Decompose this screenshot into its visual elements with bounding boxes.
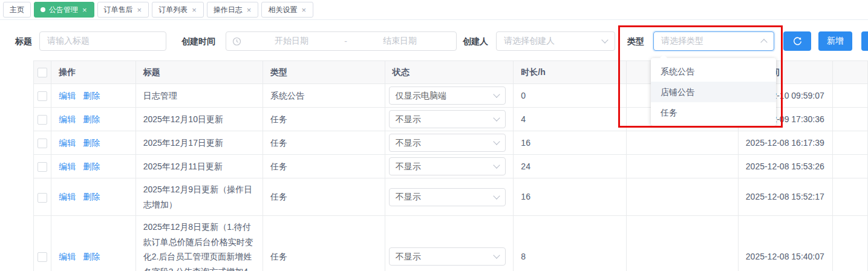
table-row: 编辑删除 2025年12月9日更新（操作日志增加） 任务 不显示 16 2025… xyxy=(34,178,868,216)
row-duration: 16 xyxy=(514,178,627,216)
type-option-1[interactable]: 店铺公告 xyxy=(651,82,776,102)
close-icon[interactable]: × xyxy=(137,6,143,14)
row-created-time: 2025-12-08 15:40:07 xyxy=(738,216,832,271)
row-duration: 8 xyxy=(514,216,627,271)
status-select[interactable]: 不显示 xyxy=(389,134,506,152)
title-filter-label: 标题 xyxy=(15,36,32,47)
date-range-input[interactable]: 开始日期 - 结束日期 xyxy=(226,31,457,51)
status-select[interactable]: 不显示 xyxy=(389,157,506,175)
row-checkbox[interactable] xyxy=(38,193,47,203)
row-checkbox[interactable] xyxy=(38,115,47,125)
row-filler xyxy=(833,216,868,271)
row-extra xyxy=(626,178,738,216)
type-option-2[interactable]: 任务 xyxy=(651,102,776,123)
dropdown-caret xyxy=(659,54,668,59)
delete-link[interactable]: 删除 xyxy=(83,91,100,100)
row-checkbox[interactable] xyxy=(38,91,47,101)
add-button-label: 新增 xyxy=(827,36,844,47)
status-select-value: 不显示 xyxy=(396,112,421,127)
refresh-button[interactable] xyxy=(783,31,811,51)
status-select[interactable]: 仅显示电脑端 xyxy=(389,87,506,105)
row-checkbox[interactable] xyxy=(38,252,47,262)
delete-link[interactable]: 删除 xyxy=(83,138,100,148)
row-type: 任务 xyxy=(263,178,385,216)
column-header: 时长/h xyxy=(514,61,627,84)
row-duration: 0 xyxy=(514,84,627,108)
tab-3[interactable]: 订单列表× xyxy=(152,2,204,18)
tab-4[interactable]: 操作日志× xyxy=(207,2,259,18)
row-extra xyxy=(626,155,738,178)
row-duration: 16 xyxy=(514,131,627,155)
row-checkbox[interactable] xyxy=(38,139,47,148)
chevron-down-icon xyxy=(493,192,500,199)
close-icon[interactable]: × xyxy=(191,6,197,14)
row-checkbox[interactable] xyxy=(38,162,47,172)
row-filler xyxy=(833,131,868,155)
status-select[interactable]: 不显示 xyxy=(389,188,506,206)
date-separator: - xyxy=(342,36,350,46)
tab-label: 公告管理 xyxy=(49,5,78,15)
edit-link[interactable]: 编辑 xyxy=(59,114,76,124)
row-type: 系统公告 xyxy=(263,84,385,108)
chevron-down-icon xyxy=(493,252,500,259)
row-filler xyxy=(833,84,868,108)
type-option-0[interactable]: 系统公告 xyxy=(651,61,776,82)
title-input[interactable]: 请输入标题 xyxy=(39,31,166,51)
table-row: 编辑删除 2025年12月8日更新（1.待付款订单总价随后台价格实时变化2.后台… xyxy=(34,216,868,271)
table-row: 编辑删除 2025年12月17日更新 任务 不显示 16 2025-12-08 … xyxy=(34,131,868,155)
edit-link[interactable]: 编辑 xyxy=(59,162,76,171)
chevron-up-icon xyxy=(760,39,767,45)
delete-link[interactable]: 删除 xyxy=(83,114,100,124)
tab-5[interactable]: 相关设置× xyxy=(261,2,313,18)
refresh-icon xyxy=(792,36,803,47)
row-title: 日志管理 xyxy=(135,84,263,108)
column-header: 操作 xyxy=(51,61,135,84)
close-icon[interactable]: × xyxy=(82,6,88,14)
column-header: 标题 xyxy=(135,61,263,84)
creator-filter-label: 创建人 xyxy=(463,36,488,47)
tab-label: 订单售后 xyxy=(104,5,133,15)
row-created-time: 2025-12-08 15:52:17 xyxy=(738,178,832,216)
row-title: 2025年12月10日更新 xyxy=(135,108,263,131)
creator-select-placeholder: 请选择创建人 xyxy=(504,36,555,47)
edit-link[interactable]: 编辑 xyxy=(59,138,76,148)
row-duration: 24 xyxy=(514,155,627,178)
delete-link[interactable]: 删除 xyxy=(83,162,100,171)
chevron-down-icon xyxy=(493,114,500,121)
row-duration: 4 xyxy=(514,108,627,131)
table-row: 编辑删除 2025年12月11日更新 任务 不显示 24 2025-12-08 … xyxy=(34,155,868,178)
row-title: 2025年12月11日更新 xyxy=(135,155,263,178)
edit-link[interactable]: 编辑 xyxy=(59,192,76,201)
chevron-down-icon xyxy=(493,138,500,145)
delete-link[interactable]: 删除 xyxy=(83,192,100,201)
close-icon[interactable]: × xyxy=(301,6,307,14)
delete-button[interactable]: 删除 xyxy=(861,31,868,51)
created-filter-label: 创建时间 xyxy=(181,36,215,47)
row-type: 任务 xyxy=(263,108,385,131)
row-created-time: 2025-12-08 16:17:39 xyxy=(738,131,832,155)
row-type: 任务 xyxy=(263,155,385,178)
close-icon[interactable]: × xyxy=(246,6,252,14)
status-select-value: 不显示 xyxy=(396,136,421,151)
status-select-value: 不显示 xyxy=(396,159,421,174)
type-select[interactable]: 请选择类型 xyxy=(653,31,774,51)
status-select[interactable]: 不显示 xyxy=(389,247,506,266)
creator-select[interactable]: 请选择创建人 xyxy=(496,31,615,51)
row-filler xyxy=(833,155,868,178)
tab-0[interactable]: 主页 xyxy=(3,2,31,18)
select-all-checkbox[interactable] xyxy=(38,68,47,77)
edit-link[interactable]: 编辑 xyxy=(59,252,76,261)
header-filler xyxy=(833,61,868,84)
edit-link[interactable]: 编辑 xyxy=(59,91,76,100)
end-date-placeholder: 结束日期 xyxy=(350,36,450,47)
tab-2[interactable]: 订单售后× xyxy=(97,2,149,18)
delete-link[interactable]: 删除 xyxy=(83,252,100,261)
row-extra xyxy=(626,131,738,155)
row-filler xyxy=(833,178,868,216)
status-select[interactable]: 不显示 xyxy=(389,110,506,128)
type-select-placeholder: 请选择类型 xyxy=(661,36,703,47)
add-button[interactable]: 新增 xyxy=(818,31,852,51)
tab-label: 相关设置 xyxy=(268,5,297,15)
tab-1[interactable]: 公告管理× xyxy=(34,2,94,18)
tab-label: 订单列表 xyxy=(158,5,188,15)
